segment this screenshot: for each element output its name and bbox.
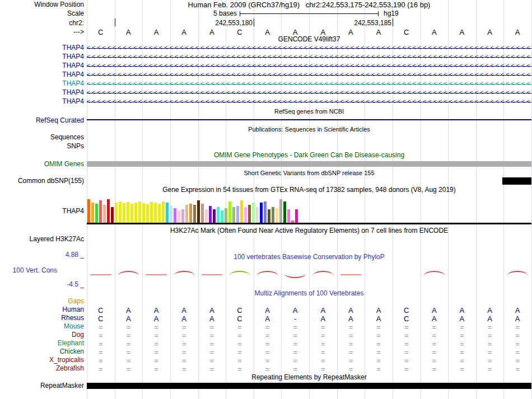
gtex-expression-bar[interactable] <box>244 207 247 223</box>
multiz-species-label[interactable]: Zebrafish <box>0 365 84 372</box>
gtex-expression-bar[interactable] <box>225 208 227 223</box>
multiz-species-label[interactable]: Dog <box>0 331 84 339</box>
alignment-gap-row[interactable]: ================ <box>87 356 531 365</box>
repeatmasker-track[interactable] <box>87 383 531 389</box>
gtex-expression-bar[interactable] <box>123 203 125 223</box>
gtex-expression-bar[interactable] <box>221 210 223 223</box>
gene-transcript[interactable]: <<<<<<<<<<<<<<<<<<<<<<<<<<<<<<<<<<<<<<<<… <box>87 80 531 88</box>
gene-transcript[interactable]: <<<<<<<<<<<<<<<<<<<<<<<<<<<<<<<<<<<<<<<<… <box>87 53 531 61</box>
snps-track-label[interactable]: SNPs <box>0 143 84 150</box>
phylop-track-label[interactable]: 100 Vert. Cons <box>0 267 57 274</box>
omim-genes-label[interactable]: OMIM Genes <box>0 161 84 168</box>
gtex-expression-bar[interactable] <box>264 201 267 223</box>
gtex-expression-bar[interactable] <box>162 201 165 223</box>
gtex-expression-bar[interactable] <box>134 203 137 223</box>
gtex-expression-bar[interactable] <box>178 210 180 223</box>
gtex-expression-bar[interactable] <box>276 208 278 223</box>
alignment-gap-row[interactable]: ================ <box>87 340 531 348</box>
gtex-expression-bar[interactable] <box>236 206 239 223</box>
common-dbsnp-label[interactable]: Common dbSNP(155) <box>0 177 84 185</box>
gene-transcript[interactable]: <<<<<<<<<<<<<<<<<<<<<<<<<<<<<<<<<<<<<<<<… <box>87 98 531 106</box>
gtex-expression-bar[interactable] <box>240 200 243 223</box>
gtex-expression-bar[interactable] <box>201 204 204 223</box>
gene-label[interactable]: THAP4 <box>0 98 84 105</box>
gtex-expression-bar[interactable] <box>119 201 122 223</box>
multiz-species-label[interactable]: X_tropicalis <box>0 356 84 364</box>
multiz-species-label[interactable]: Gaps <box>0 298 84 305</box>
gtex-expression-bar[interactable] <box>146 204 149 223</box>
omim-genes-track[interactable] <box>87 161 531 167</box>
multiz-species-label[interactable]: Elephant <box>0 340 84 347</box>
multiz-species-label[interactable]: Mouse <box>0 323 84 330</box>
gene-label[interactable]: THAP4 <box>0 53 84 60</box>
gtex-gene-label[interactable]: THAP4 <box>0 208 84 215</box>
gtex-expression-bar[interactable] <box>130 204 133 223</box>
gtex-expression-bar[interactable] <box>138 201 141 223</box>
gtex-expression-bar[interactable] <box>252 203 255 223</box>
gtex-expression-bar[interactable] <box>158 204 161 223</box>
gene-label[interactable]: THAP4 <box>0 44 84 51</box>
gtex-expression-bar[interactable] <box>103 205 106 223</box>
gtex-expression-bar[interactable] <box>111 207 114 223</box>
gtex-expression-bar[interactable] <box>115 203 118 223</box>
gtex-expression-bar[interactable] <box>287 209 290 223</box>
alignment-gap-row[interactable]: ================ <box>87 365 531 373</box>
gene-transcript[interactable]: <<<<<<<<<<<<<<<<<<<<<<<<<<<<<<<<<<<<<<<<… <box>87 62 531 70</box>
gtex-expression-bar[interactable] <box>127 202 129 223</box>
alignment-gap-row[interactable]: ================ <box>87 348 531 356</box>
gene-label[interactable]: THAP4 <box>0 62 84 69</box>
gtex-expression-bar[interactable] <box>256 207 259 223</box>
refseq-curated-label[interactable]: RefSeq Curated <box>0 117 84 124</box>
gene-label[interactable]: THAP4 <box>0 71 84 78</box>
gtex-expression-bar[interactable] <box>170 206 172 223</box>
gtex-expression-bar[interactable] <box>99 200 102 223</box>
alignment-bases-row[interactable]: CAAAACAAAAACAAAA <box>87 306 531 314</box>
layered-h3k27ac-label[interactable]: Layered H3K27Ac <box>0 236 84 243</box>
gene-transcript[interactable]: <<<<<<<<<<<<<<<<<<<<<<<<<<<<<<<<<<<<<<<<… <box>87 71 531 79</box>
gtex-expression-bar[interactable] <box>217 207 220 223</box>
gtex-expression-bar[interactable] <box>87 199 90 223</box>
gtex-expression-bar[interactable] <box>272 207 274 223</box>
base-letter: = <box>281 356 309 365</box>
multiz-species-label[interactable]: Human <box>0 306 84 313</box>
refseq-curated-track[interactable] <box>87 119 531 120</box>
base-letter: = <box>254 323 282 331</box>
gtex-expression-bar[interactable] <box>228 201 231 223</box>
gtex-expression-bar[interactable] <box>166 203 169 223</box>
gtex-expression-bar[interactable] <box>232 207 235 223</box>
sequences-track-label[interactable]: Sequences <box>0 134 84 141</box>
gene-label[interactable]: THAP4 <box>0 80 84 87</box>
multiz-species-label[interactable]: Rhesus <box>0 314 84 322</box>
gtex-expression-bar[interactable] <box>181 209 184 223</box>
gtex-expression-bar[interactable] <box>248 205 251 223</box>
gtex-expression-bar[interactable] <box>295 209 298 223</box>
multiz-species-label[interactable]: Chicken <box>0 348 84 355</box>
alignment-bases-row[interactable]: CAAAACA-AAACAAAA <box>87 314 531 323</box>
gtex-expression-bar[interactable] <box>174 208 176 223</box>
gtex-expression-bar[interactable] <box>142 203 145 223</box>
gtex-expression-bar[interactable] <box>260 203 263 223</box>
track-display-area[interactable]: Human Feb. 2009 (GRCh37/hg19) chr2:242,5… <box>87 0 531 399</box>
gtex-expression-bar[interactable] <box>209 206 212 223</box>
gtex-expression-bar[interactable] <box>205 209 208 223</box>
gtex-expression-bar[interactable] <box>91 203 94 223</box>
repeatmasker-label[interactable]: RepeatMasker <box>0 382 84 389</box>
gene-transcript[interactable]: <<<<<<<<<<<<<<<<<<<<<<<<<<<<<<<<<<<<<<<<… <box>87 44 531 52</box>
gtex-expression-bar[interactable] <box>154 203 157 223</box>
gtex-expression-bar[interactable] <box>268 209 270 223</box>
gtex-expression-bar[interactable] <box>283 201 286 223</box>
gtex-expression-bar[interactable] <box>107 199 110 223</box>
gtex-expression-bar[interactable] <box>185 205 188 223</box>
gtex-expression-bar[interactable] <box>150 202 153 223</box>
gtex-expression-bar[interactable] <box>279 199 282 223</box>
gtex-expression-bar[interactable] <box>213 209 216 223</box>
alignment-gap-row[interactable]: ================ <box>87 323 531 331</box>
dbsnp-variant-bar[interactable] <box>502 177 531 185</box>
gene-transcript[interactable]: <<<<<<<<<<<<<<<<<<<<<<<<<<<<<<<<<<<<<<<<… <box>87 89 531 97</box>
gene-label[interactable]: THAP4 <box>0 89 84 96</box>
gtex-expression-bar[interactable] <box>193 205 196 223</box>
gtex-expression-bar[interactable] <box>197 200 200 223</box>
alignment-gap-row[interactable]: ================ <box>87 331 531 340</box>
gtex-expression-bar[interactable] <box>189 204 192 223</box>
gtex-expression-bar[interactable] <box>95 204 98 223</box>
